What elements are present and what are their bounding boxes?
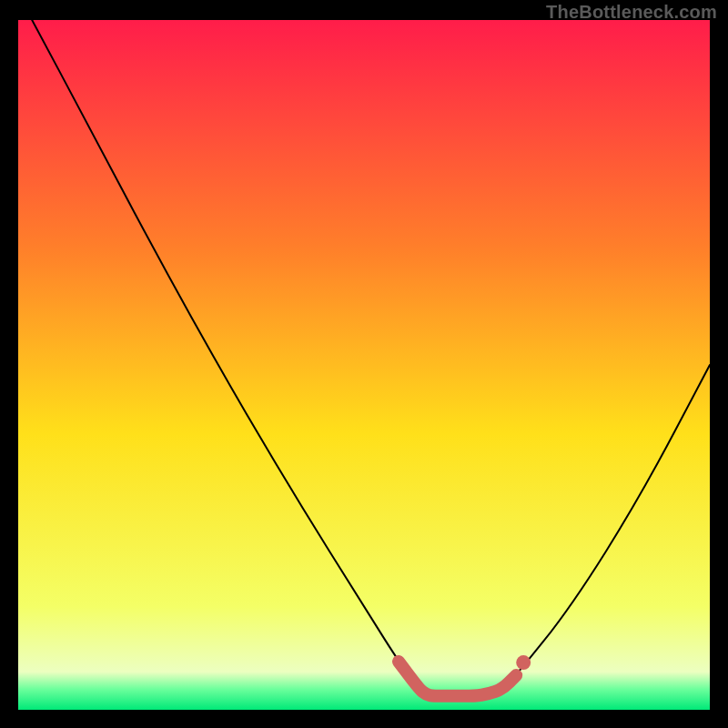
bottleneck-curve	[18, 20, 710, 710]
chart-frame: TheBottleneck.com	[0, 0, 728, 728]
curve-highlight	[399, 662, 516, 696]
highlight-endcap	[516, 655, 531, 670]
curve-line	[32, 20, 710, 696]
plot-area	[18, 20, 710, 710]
